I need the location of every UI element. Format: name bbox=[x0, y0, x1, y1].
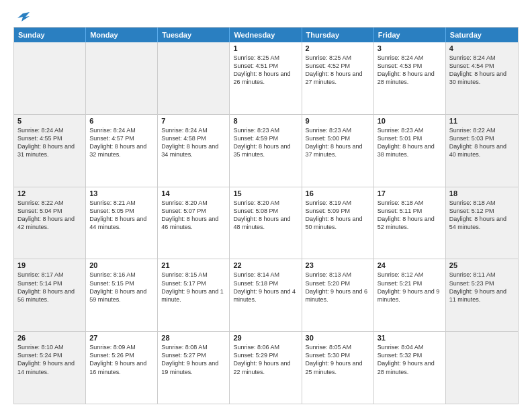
cell-info: Sunrise: 8:18 AM Sunset: 5:12 PM Dayligh… bbox=[449, 199, 515, 232]
cal-cell: 28Sunrise: 8:08 AM Sunset: 5:27 PM Dayli… bbox=[158, 332, 230, 404]
calendar-body: 1Sunrise: 8:25 AM Sunset: 4:51 PM Daylig… bbox=[14, 42, 518, 404]
cal-cell: 17Sunrise: 8:18 AM Sunset: 5:11 PM Dayli… bbox=[374, 187, 446, 259]
cal-cell: 8Sunrise: 8:23 AM Sunset: 4:59 PM Daylig… bbox=[230, 115, 302, 187]
cell-info: Sunrise: 8:20 AM Sunset: 5:08 PM Dayligh… bbox=[233, 199, 298, 232]
day-number: 9 bbox=[306, 117, 370, 125]
cell-info: Sunrise: 8:24 AM Sunset: 4:57 PM Dayligh… bbox=[89, 126, 154, 159]
week-row-1: 1Sunrise: 8:25 AM Sunset: 4:51 PM Daylig… bbox=[14, 42, 518, 115]
day-number: 6 bbox=[89, 117, 154, 125]
cal-cell: 22Sunrise: 8:14 AM Sunset: 5:18 PM Dayli… bbox=[230, 259, 302, 331]
day-number: 2 bbox=[306, 44, 370, 52]
cell-info: Sunrise: 8:08 AM Sunset: 5:27 PM Dayligh… bbox=[161, 343, 226, 376]
cell-info: Sunrise: 8:24 AM Sunset: 4:58 PM Dayligh… bbox=[161, 126, 226, 159]
cell-info: Sunrise: 8:12 AM Sunset: 5:21 PM Dayligh… bbox=[378, 271, 442, 304]
cal-cell: 23Sunrise: 8:13 AM Sunset: 5:20 PM Dayli… bbox=[302, 259, 374, 331]
week-row-2: 5Sunrise: 8:24 AM Sunset: 4:55 PM Daylig… bbox=[14, 115, 518, 187]
weekday-header-sunday: Sunday bbox=[14, 28, 86, 42]
cal-cell: 18Sunrise: 8:18 AM Sunset: 5:12 PM Dayli… bbox=[446, 187, 518, 259]
cell-info: Sunrise: 8:14 AM Sunset: 5:18 PM Dayligh… bbox=[233, 271, 298, 304]
cal-cell: 2Sunrise: 8:25 AM Sunset: 4:52 PM Daylig… bbox=[302, 42, 374, 114]
cal-cell: 31Sunrise: 8:04 AM Sunset: 5:32 PM Dayli… bbox=[374, 332, 446, 404]
day-number: 1 bbox=[233, 44, 298, 52]
day-number: 23 bbox=[306, 261, 370, 269]
weekday-header-wednesday: Wednesday bbox=[230, 28, 302, 42]
cell-info: Sunrise: 8:24 AM Sunset: 4:54 PM Dayligh… bbox=[449, 54, 515, 87]
day-number: 17 bbox=[378, 189, 442, 197]
day-number: 31 bbox=[378, 334, 442, 342]
day-number: 5 bbox=[17, 117, 82, 125]
cal-cell: 26Sunrise: 8:10 AM Sunset: 5:24 PM Dayli… bbox=[14, 332, 86, 404]
day-number: 26 bbox=[17, 334, 82, 342]
week-row-5: 26Sunrise: 8:10 AM Sunset: 5:24 PM Dayli… bbox=[14, 332, 518, 404]
cal-cell: 11Sunrise: 8:22 AM Sunset: 5:03 PM Dayli… bbox=[446, 115, 518, 187]
cal-cell: 15Sunrise: 8:20 AM Sunset: 5:08 PM Dayli… bbox=[230, 187, 302, 259]
cell-info: Sunrise: 8:23 AM Sunset: 4:59 PM Dayligh… bbox=[233, 126, 298, 159]
day-number: 28 bbox=[161, 334, 226, 342]
cal-cell bbox=[158, 42, 230, 114]
cal-cell: 6Sunrise: 8:24 AM Sunset: 4:57 PM Daylig… bbox=[86, 115, 158, 187]
cell-info: Sunrise: 8:23 AM Sunset: 5:01 PM Dayligh… bbox=[378, 126, 442, 159]
cal-cell: 7Sunrise: 8:24 AM Sunset: 4:58 PM Daylig… bbox=[158, 115, 230, 187]
cell-info: Sunrise: 8:16 AM Sunset: 5:15 PM Dayligh… bbox=[89, 271, 154, 304]
day-number: 25 bbox=[449, 261, 515, 269]
cell-info: Sunrise: 8:24 AM Sunset: 4:55 PM Dayligh… bbox=[17, 126, 82, 159]
cell-info: Sunrise: 8:19 AM Sunset: 5:09 PM Dayligh… bbox=[306, 199, 370, 232]
cell-info: Sunrise: 8:25 AM Sunset: 4:51 PM Dayligh… bbox=[233, 54, 298, 87]
day-number: 16 bbox=[306, 189, 370, 197]
cal-cell: 25Sunrise: 8:11 AM Sunset: 5:23 PM Dayli… bbox=[446, 259, 518, 331]
day-number: 22 bbox=[233, 261, 298, 269]
weekday-header-friday: Friday bbox=[374, 28, 446, 42]
day-number: 4 bbox=[449, 44, 515, 52]
day-number: 3 bbox=[378, 44, 442, 52]
cal-cell: 4Sunrise: 8:24 AM Sunset: 4:54 PM Daylig… bbox=[446, 42, 518, 114]
day-number: 8 bbox=[233, 117, 298, 125]
cell-info: Sunrise: 8:20 AM Sunset: 5:07 PM Dayligh… bbox=[161, 199, 226, 232]
day-number: 24 bbox=[378, 261, 442, 269]
day-number: 13 bbox=[89, 189, 154, 197]
day-number: 29 bbox=[233, 334, 298, 342]
cal-cell bbox=[86, 42, 158, 114]
cal-cell: 5Sunrise: 8:24 AM Sunset: 4:55 PM Daylig… bbox=[14, 115, 86, 187]
week-row-4: 19Sunrise: 8:17 AM Sunset: 5:14 PM Dayli… bbox=[14, 259, 518, 332]
day-number: 19 bbox=[17, 261, 82, 269]
cal-cell: 29Sunrise: 8:06 AM Sunset: 5:29 PM Dayli… bbox=[230, 332, 302, 404]
cell-info: Sunrise: 8:11 AM Sunset: 5:23 PM Dayligh… bbox=[449, 271, 515, 304]
header bbox=[13, 12, 519, 21]
cell-info: Sunrise: 8:23 AM Sunset: 5:00 PM Dayligh… bbox=[306, 126, 370, 159]
day-number: 20 bbox=[89, 261, 154, 269]
cal-cell: 10Sunrise: 8:23 AM Sunset: 5:01 PM Dayli… bbox=[374, 115, 446, 187]
day-number: 7 bbox=[161, 117, 226, 125]
day-number: 14 bbox=[161, 189, 226, 197]
cal-cell: 12Sunrise: 8:22 AM Sunset: 5:04 PM Dayli… bbox=[14, 187, 86, 259]
day-number: 27 bbox=[89, 334, 154, 342]
cell-info: Sunrise: 8:18 AM Sunset: 5:11 PM Dayligh… bbox=[378, 199, 442, 232]
cell-info: Sunrise: 8:22 AM Sunset: 5:04 PM Dayligh… bbox=[17, 199, 82, 232]
page: SundayMondayTuesdayWednesdayThursdayFrid… bbox=[0, 0, 532, 411]
weekday-header-monday: Monday bbox=[86, 28, 158, 42]
cal-cell: 19Sunrise: 8:17 AM Sunset: 5:14 PM Dayli… bbox=[14, 259, 86, 331]
logo bbox=[13, 12, 30, 21]
cell-info: Sunrise: 8:10 AM Sunset: 5:24 PM Dayligh… bbox=[17, 343, 82, 376]
calendar-header: SundayMondayTuesdayWednesdayThursdayFrid… bbox=[14, 28, 518, 42]
svg-marker-0 bbox=[17, 12, 30, 21]
calendar: SundayMondayTuesdayWednesdayThursdayFrid… bbox=[13, 27, 519, 404]
cell-info: Sunrise: 8:17 AM Sunset: 5:14 PM Dayligh… bbox=[17, 271, 82, 304]
day-number: 21 bbox=[161, 261, 226, 269]
weekday-header-thursday: Thursday bbox=[302, 28, 374, 42]
cell-info: Sunrise: 8:21 AM Sunset: 5:05 PM Dayligh… bbox=[89, 199, 154, 232]
cell-info: Sunrise: 8:25 AM Sunset: 4:52 PM Dayligh… bbox=[306, 54, 370, 87]
cal-cell: 21Sunrise: 8:15 AM Sunset: 5:17 PM Dayli… bbox=[158, 259, 230, 331]
week-row-3: 12Sunrise: 8:22 AM Sunset: 5:04 PM Dayli… bbox=[14, 187, 518, 260]
cell-info: Sunrise: 8:13 AM Sunset: 5:20 PM Dayligh… bbox=[306, 271, 370, 304]
cal-cell: 9Sunrise: 8:23 AM Sunset: 5:00 PM Daylig… bbox=[302, 115, 374, 187]
cal-cell: 1Sunrise: 8:25 AM Sunset: 4:51 PM Daylig… bbox=[230, 42, 302, 114]
day-number: 11 bbox=[449, 117, 515, 125]
cal-cell bbox=[14, 42, 86, 114]
cal-cell: 13Sunrise: 8:21 AM Sunset: 5:05 PM Dayli… bbox=[86, 187, 158, 259]
day-number: 18 bbox=[449, 189, 515, 197]
cal-cell: 14Sunrise: 8:20 AM Sunset: 5:07 PM Dayli… bbox=[158, 187, 230, 259]
cell-info: Sunrise: 8:05 AM Sunset: 5:30 PM Dayligh… bbox=[306, 343, 370, 376]
weekday-header-saturday: Saturday bbox=[446, 28, 518, 42]
weekday-header-tuesday: Tuesday bbox=[158, 28, 230, 42]
cal-cell: 3Sunrise: 8:24 AM Sunset: 4:53 PM Daylig… bbox=[374, 42, 446, 114]
